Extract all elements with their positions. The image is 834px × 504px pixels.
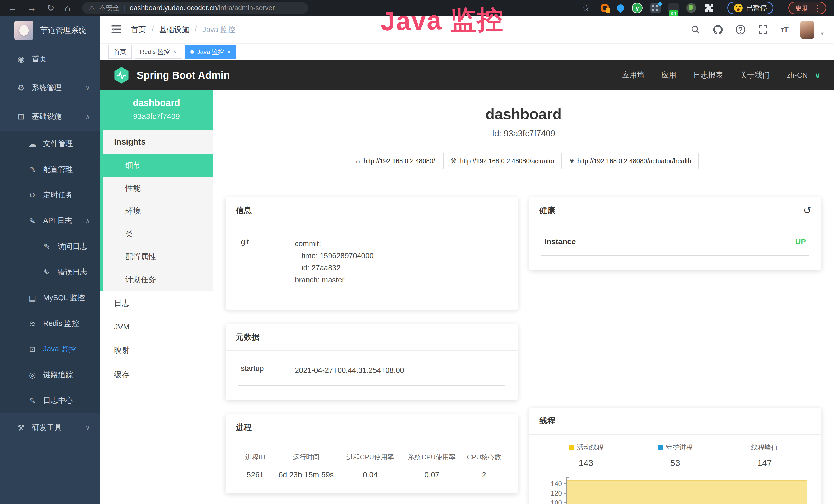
- update-button[interactable]: 更新 ⋮: [788, 2, 826, 15]
- user-avatar[interactable]: [800, 21, 814, 39]
- fullscreen-icon[interactable]: [758, 25, 768, 35]
- sidebar-item-file-manage[interactable]: ☁ 文件管理: [0, 131, 100, 157]
- sidebar-item-system[interactable]: ⚙ 系统管理 ∨: [0, 73, 100, 102]
- paused-chip[interactable]: 已暂停: [727, 2, 773, 15]
- address-bar[interactable]: ⚠ 不安全 | dashboard.yudao.iocoder.cn/infra…: [82, 2, 308, 14]
- kebab-menu-icon[interactable]: ⋮: [814, 4, 821, 13]
- sba-locale-select[interactable]: zh-CN: [787, 71, 808, 79]
- app-sidebar: 芋道管理系统 ◉ 首页 ⚙ 系统管理 ∨ ⊞ 基础设施 ∧ ☁ 文件管理 ✎ 配…: [0, 16, 100, 504]
- tick-mark: [564, 493, 567, 494]
- extension-icon[interactable]: [686, 3, 696, 13]
- sidebar-item-redis-monitor[interactable]: ≋ Redis 监控: [0, 311, 100, 336]
- close-icon[interactable]: ×: [173, 48, 176, 55]
- extension-icon[interactable]: on: [668, 3, 679, 13]
- service-url-button[interactable]: ⌂ http://192.168.0.2:48080/: [349, 153, 442, 169]
- breadcrumb-home[interactable]: 首页: [131, 25, 146, 35]
- metadata-startup-row: startup 2021-04-27T00:44:31.254+08:00: [238, 362, 505, 386]
- sba-nav-about[interactable]: 关于我们: [740, 70, 770, 81]
- forward-icon[interactable]: →: [27, 3, 37, 13]
- sidebar-item-api-log[interactable]: ✎ API 日志 ∧: [0, 208, 100, 234]
- home-icon[interactable]: ⌂: [65, 3, 70, 13]
- puzzle-icon[interactable]: [704, 3, 714, 13]
- bookmark-star-icon[interactable]: ☆: [583, 3, 590, 13]
- sba-item-scheduled-tasks[interactable]: 计划任务: [103, 268, 213, 291]
- chevron-down-icon[interactable]: ∨: [814, 71, 821, 80]
- process-table-values: 5261 6d 23h 15m 59s 0.04 0.07 2: [238, 462, 505, 479]
- sba-item-environment[interactable]: 环境: [103, 200, 213, 223]
- text-size-icon[interactable]: тT: [781, 25, 788, 34]
- sba-item-details[interactable]: 细节: [100, 154, 213, 177]
- reload-icon[interactable]: ↻: [47, 3, 54, 13]
- health-card-body: Instance UP: [529, 224, 821, 270]
- tab-home[interactable]: 首页: [108, 45, 132, 59]
- shocked-face-icon: [734, 4, 743, 12]
- legend-daemon-threads: 守护进程: [631, 443, 720, 452]
- health-url-button[interactable]: ♥ http://192.168.0.2:48080/actuator/heal…: [563, 153, 698, 169]
- insights-group-title[interactable]: Insights: [103, 130, 213, 154]
- main-column: 首页 / 基础设施 / Java 监控 тT: [100, 16, 834, 504]
- extension-icon[interactable]: [632, 3, 643, 13]
- tick-mark: [564, 502, 567, 503]
- sidebar-item-java-monitor[interactable]: ⊡ Java 监控: [0, 336, 100, 362]
- legend-peak-threads: 线程峰值: [720, 443, 809, 452]
- breadcrumb-separator: /: [152, 25, 154, 34]
- url-domain: dashboard.yudao.iocoder.cn: [130, 4, 217, 12]
- breadcrumb-infrastructure[interactable]: 基础设施: [159, 25, 189, 35]
- github-icon[interactable]: [713, 25, 723, 35]
- chevron-down-icon: ∨: [85, 84, 90, 91]
- monitor-icon: ⊞: [15, 112, 27, 121]
- uptime-value: 6d 23h 15m 59s: [272, 471, 339, 479]
- sidebar-item-infrastructure[interactable]: ⊞ 基础设施 ∧: [0, 102, 100, 131]
- extensions-row: on: [600, 3, 714, 13]
- actuator-url-button[interactable]: ⚒ http://192.168.0.2:48080/actuator: [443, 153, 562, 169]
- health-instance-row[interactable]: Instance UP: [542, 236, 809, 256]
- sidebar-item-devtools[interactable]: ⚒ 研发工具 ∨: [0, 413, 100, 442]
- sba-item-mappings[interactable]: 映射: [100, 338, 213, 363]
- sidebar-item-config-manage[interactable]: ✎ 配置管理: [0, 157, 100, 182]
- info-key: git: [241, 238, 295, 286]
- sba-nav-journal[interactable]: 日志报表: [693, 70, 723, 81]
- breadcrumb: 首页 / 基础设施 / Java 监控: [131, 25, 235, 35]
- git-time-line: time: 1596289704000: [295, 250, 374, 262]
- tab-bar: 首页 Redis 监控 × Java 监控 ×: [100, 44, 834, 60]
- close-icon[interactable]: ×: [227, 48, 231, 55]
- sba-nav-applications[interactable]: 应用: [661, 70, 676, 81]
- page-title: dashboard: [225, 105, 822, 122]
- sidebar-item-mysql-monitor[interactable]: ▤ MySQL 监控: [0, 285, 100, 311]
- security-chip[interactable]: 不安全: [99, 3, 120, 13]
- sidebar-item-home[interactable]: ◉ 首页: [0, 45, 100, 73]
- instance-header[interactable]: dashboard 93a3fc7f7409: [100, 90, 213, 130]
- app-logo-row[interactable]: 芋道管理系统: [0, 16, 100, 45]
- sidebar-item-scheduled-jobs[interactable]: ↺ 定时任务: [0, 182, 100, 208]
- chevron-down-icon[interactable]: ▾: [821, 30, 824, 37]
- sidebar-item-error-log[interactable]: ✎ 错误日志: [0, 259, 100, 285]
- sba-item-logs[interactable]: 日志: [100, 291, 213, 316]
- tab-java-monitor[interactable]: Java 监控 ×: [185, 45, 236, 59]
- sidebar-item-label: 首页: [32, 54, 47, 64]
- history-icon[interactable]: ↺: [804, 205, 811, 216]
- extension-icon[interactable]: [650, 3, 661, 13]
- pin-extension-icon[interactable]: [615, 3, 626, 13]
- sba-item-classes[interactable]: 类: [103, 223, 213, 246]
- url-text[interactable]: dashboard.yudao.iocoder.cn/infra/admin-s…: [130, 4, 275, 12]
- collapse-sidebar-icon[interactable]: [111, 25, 122, 35]
- info-card-body: git commit: time: 1596289704000 id: 27aa…: [225, 224, 518, 310]
- sba-nav: 应用墙 应用 日志报表 关于我们 zh-CN ∨: [622, 70, 821, 81]
- sba-item-config-props[interactable]: 配置属性: [103, 246, 213, 268]
- back-icon[interactable]: ←: [8, 3, 17, 13]
- sba-item-jvm[interactable]: JVM: [100, 316, 213, 338]
- sidebar-item-trace[interactable]: ◎ 链路追踪: [0, 362, 100, 388]
- sba-item-caches[interactable]: 缓存: [100, 363, 213, 387]
- extension-icon[interactable]: [600, 4, 609, 12]
- help-icon[interactable]: [736, 25, 746, 35]
- sidebar-item-access-log[interactable]: ✎ 访问日志: [0, 234, 100, 259]
- sba-nav-wallboard[interactable]: 应用墙: [622, 70, 644, 81]
- threads-chart: 140 120 100: [542, 477, 809, 504]
- tab-redis-monitor[interactable]: Redis 监控 ×: [135, 45, 182, 59]
- sidebar-item-log-center[interactable]: ✎ 日志中心: [0, 388, 100, 413]
- sba-item-metrics[interactable]: 性能: [103, 177, 213, 200]
- tools-icon: ⚒: [15, 423, 27, 433]
- search-icon[interactable]: [691, 25, 700, 35]
- edit-icon: ✎: [41, 268, 53, 277]
- dashboard-icon: ◉: [15, 54, 27, 64]
